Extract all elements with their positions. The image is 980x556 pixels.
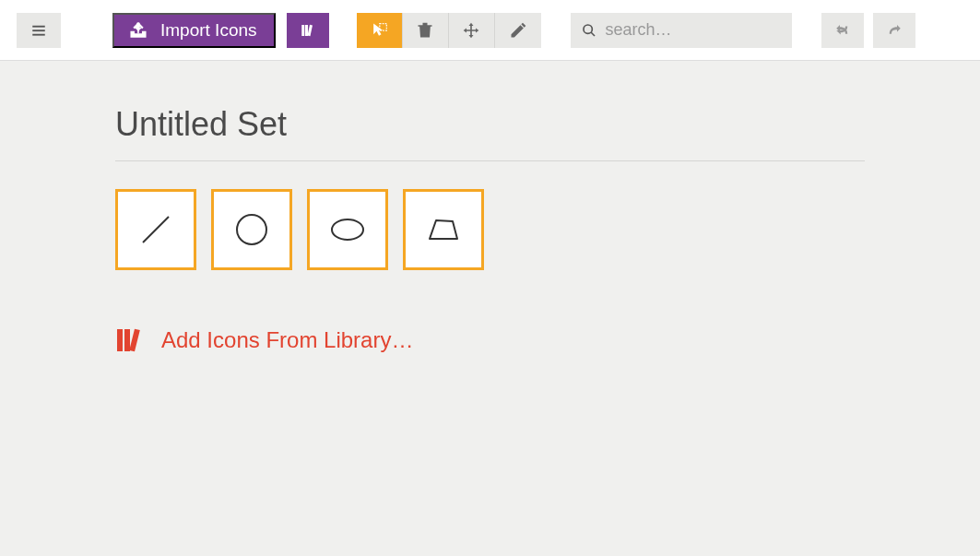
- line-icon: [136, 209, 176, 250]
- svg-point-7: [584, 25, 592, 33]
- tool-mode-group: [357, 13, 541, 48]
- cursor-select-icon: [370, 21, 388, 40]
- trapezoid-icon: [423, 209, 464, 250]
- select-tool-button[interactable]: [357, 13, 403, 48]
- library-icon: [115, 327, 147, 353]
- svg-point-10: [237, 215, 266, 244]
- svg-line-9: [143, 217, 169, 243]
- svg-rect-4: [305, 25, 308, 36]
- books-icon: [300, 22, 316, 39]
- svg-rect-2: [32, 33, 45, 35]
- undo-redo-group: [821, 13, 915, 48]
- undo-icon: [834, 22, 851, 39]
- icon-cell-trapezoid[interactable]: [403, 189, 484, 270]
- move-tool-button[interactable]: [449, 13, 495, 48]
- search-input[interactable]: [606, 20, 781, 40]
- delete-tool-button[interactable]: [403, 13, 449, 48]
- search-container: [571, 13, 792, 48]
- redo-icon: [886, 22, 903, 39]
- library-toggle-button[interactable]: [287, 13, 329, 48]
- svg-rect-0: [32, 25, 45, 27]
- svg-rect-1: [32, 30, 45, 31]
- pencil-icon: [509, 21, 527, 40]
- icon-cell-line[interactable]: [115, 189, 196, 270]
- import-icon: [129, 21, 148, 40]
- svg-line-8: [591, 32, 595, 36]
- add-from-library-link[interactable]: Add Icons From Library…: [115, 327, 413, 353]
- menu-button[interactable]: [17, 13, 61, 48]
- ellipse-icon: [327, 209, 368, 250]
- circle-icon: [231, 209, 272, 250]
- svg-rect-5: [307, 24, 312, 35]
- move-icon: [462, 21, 480, 40]
- svg-rect-13: [117, 329, 123, 351]
- undo-button[interactable]: [821, 13, 864, 48]
- trash-icon: [416, 21, 434, 40]
- svg-rect-14: [124, 329, 130, 351]
- svg-rect-3: [301, 25, 304, 36]
- svg-marker-12: [430, 220, 457, 239]
- hamburger-icon: [30, 22, 47, 39]
- icon-cell-circle[interactable]: [211, 189, 292, 270]
- add-from-library-label: Add Icons From Library…: [161, 327, 413, 353]
- import-icons-label: Import Icons: [160, 20, 257, 41]
- edit-tool-button[interactable]: [495, 13, 541, 48]
- search-icon: [582, 23, 596, 38]
- svg-rect-15: [129, 329, 140, 352]
- import-icons-button[interactable]: Import Icons: [112, 13, 276, 48]
- redo-button[interactable]: [873, 13, 915, 48]
- set-title: Untitled Set: [115, 105, 865, 161]
- main-content: Untitled Set Add Icons: [0, 61, 980, 357]
- icon-grid: [115, 189, 865, 270]
- main-toolbar: Import Icons: [0, 0, 980, 61]
- icon-cell-ellipse[interactable]: [307, 189, 388, 270]
- svg-point-11: [332, 219, 363, 240]
